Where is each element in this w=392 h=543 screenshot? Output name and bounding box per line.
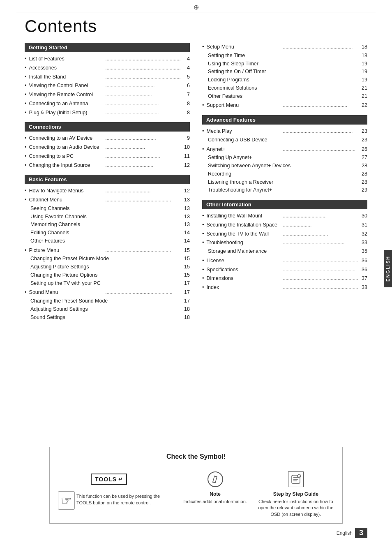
toc-getting-started: List of Features .......................…: [25, 55, 190, 116]
sub-item: Editing Channels 14: [30, 229, 190, 237]
sub-item: Storage and Maintenance 35: [208, 247, 367, 255]
hand-cursor-icon: ☞: [58, 491, 75, 510]
sub-item: Other Features 21: [208, 92, 367, 100]
section-header-advanced-features: Advanced Features: [202, 115, 367, 125]
section-setup-menu: Setup Menu .............................…: [202, 43, 367, 109]
page-language-label: English: [337, 530, 353, 536]
toc-item: Sound Menu .............................…: [25, 288, 190, 296]
sub-item: Changing the Picture Options 15: [30, 271, 190, 279]
toc-item: Index ..................................…: [202, 283, 367, 291]
sub-item: Setting Up Anynet+ 27: [208, 154, 367, 162]
page-number-area: English 3: [0, 528, 392, 538]
sub-item: Other Features 14: [30, 237, 190, 245]
sub-item: Adjusting Sound Settings 18: [30, 305, 190, 313]
section-basic-features: Basic Features How to Navigate Menus ...…: [25, 175, 190, 321]
symbol-check-box: Check the Symbol! TOOLS ↵: [49, 447, 343, 524]
toc-item: Changing the Input Source ..............…: [25, 161, 190, 169]
toc-other-info: Installing the Wall Mount ..............…: [202, 212, 367, 247]
sub-item: Connecting a USB Device 23: [208, 136, 367, 144]
sub-item: Changing the Preset Picture Mode 15: [30, 255, 190, 263]
toc-item: Connecting to an Audio Device ..........…: [25, 143, 190, 151]
sub-setup-menu: Setting the Time 18 Using the Sleep Time…: [208, 52, 367, 100]
top-compass-mark: ⊕: [0, 0, 392, 12]
sub-picture-menu: Changing the Preset Picture Mode 15 Adju…: [30, 255, 190, 287]
toc-item: Connecting to an Antenna ...............…: [25, 99, 190, 108]
toc-media-play: Media Play .............................…: [202, 127, 367, 135]
toc-item: Viewing the Control Panel ..............…: [25, 81, 190, 90]
sub-item: Sound Settings 18: [30, 314, 190, 321]
sub-item: Locking Programs 19: [208, 76, 367, 84]
section-connections: Connections Connecting to an AV Device .…: [25, 122, 190, 169]
guide-label: Step by Step Guide: [273, 491, 318, 497]
symbol-row: TOOLS ↵ ☞ This function can be used by p…: [58, 469, 334, 518]
note-label: Note: [210, 491, 221, 497]
toc-item: Support Menu ...........................…: [202, 101, 367, 109]
guide-description: Check here for instructions on how to op…: [258, 499, 334, 518]
toc-item: Connecting to a PC .....................…: [25, 152, 190, 160]
tools-icon-area: TOOLS ↵: [91, 469, 127, 490]
toc-item: Specifications .........................…: [202, 266, 367, 274]
tools-description: This function can be used by pressing th…: [76, 491, 160, 506]
sub-troubleshooting: Storage and Maintenance 35: [208, 247, 367, 255]
toc-sound-menu: Sound Menu .............................…: [25, 288, 190, 296]
toc-item: Viewing the Remote Control .............…: [25, 90, 190, 99]
toc-item: List of Features .......................…: [25, 55, 190, 63]
section-other-information: Other Information Installing the Wall Mo…: [202, 200, 367, 291]
toc-setup-menu: Setup Menu .............................…: [202, 43, 367, 51]
right-column: Setup Menu .............................…: [202, 43, 367, 443]
sub-item: Using Favorite Channels 13: [30, 213, 190, 221]
note-icon-area: [207, 469, 224, 490]
sub-item: Recording 28: [208, 170, 367, 178]
toc-item: How to Navigate Menus ..................…: [25, 187, 190, 195]
toc-item: Securing the Installation Space ........…: [202, 221, 367, 229]
tools-box: TOOLS ↵: [91, 474, 127, 485]
sub-channel-menu: Seeing Channels 13 Using Favorite Channe…: [30, 205, 190, 245]
sub-item: Switching between Anynet+ Devices 28: [208, 162, 367, 170]
toc-item: Installing the Wall Mount ..............…: [202, 212, 367, 220]
guide-icon-box: m: [288, 471, 304, 487]
section-header-getting-started: Getting Started: [25, 43, 190, 52]
svg-line-1: [212, 482, 215, 483]
note-description: Indicates additional information.: [183, 499, 247, 505]
sub-media-play: Connecting a USB Device 23: [208, 136, 367, 144]
toc-item: Securing the TV to the Wall ............…: [202, 230, 367, 238]
sub-item: Changing the Preset Sound Mode 17: [30, 297, 190, 305]
sub-sound-menu: Changing the Preset Sound Mode 17 Adjust…: [30, 297, 190, 321]
note-pen-icon: [207, 471, 224, 488]
section-header-basic-features: Basic Features: [25, 175, 190, 184]
sub-item: Adjusting Picture Settings 15: [30, 263, 190, 271]
page-title: Contents: [25, 16, 367, 36]
guide-symbol: m Step by Step Guide Check here for inst…: [258, 469, 334, 518]
svg-text:m: m: [298, 475, 300, 478]
toc-item: Troubleshooting ........................…: [202, 238, 367, 247]
toc-other-info-2: License ................................…: [202, 256, 367, 291]
toc-item: Anynet+ ................................…: [202, 145, 367, 153]
sub-anynet: Setting Up Anynet+ 27 Switching between …: [208, 154, 367, 194]
guide-icon-area: m: [288, 469, 304, 490]
toc-item: Picture Menu ...........................…: [25, 246, 190, 254]
sub-item: Seeing Channels 13: [30, 205, 190, 213]
toc-anynet: Anynet+ ................................…: [202, 145, 367, 153]
sub-item: Setting up the TV with your PC 17: [30, 280, 190, 287]
tools-label: TOOLS: [95, 476, 117, 483]
toc-item: Dimensions .............................…: [202, 274, 367, 282]
sub-item: Setting the Time 18: [208, 52, 367, 60]
sub-item: Listening through a Receiver 28: [208, 178, 367, 186]
sub-item: Using the Sleep Timer 19: [208, 60, 367, 68]
note-symbol: Note Indicates additional information.: [177, 469, 253, 505]
sub-item: Memorizing Channels 13: [30, 221, 190, 229]
toc-connections: Connecting to an AV Device .............…: [25, 134, 190, 169]
toc-item: Plug & Play (Initial Setup) ............…: [25, 109, 190, 117]
section-advanced-features: Advanced Features Media Play ...........…: [202, 115, 367, 194]
guide-icon: m: [290, 474, 302, 485]
sub-item: Setting the On / Off Timer 19: [208, 68, 367, 76]
toc-item: Accessories ............................…: [25, 64, 190, 72]
toc-item: License ................................…: [202, 256, 367, 265]
section-getting-started: Getting Started List of Features .......…: [25, 43, 190, 116]
sub-item: Economical Solutions 21: [208, 84, 367, 92]
svg-point-0: [208, 472, 223, 487]
sub-item: Troubleshooting for Anynet+ 29: [208, 186, 367, 194]
section-header-connections: Connections: [25, 122, 190, 132]
left-column: Getting Started List of Features .......…: [25, 43, 190, 443]
page-number-box: 3: [355, 528, 367, 538]
